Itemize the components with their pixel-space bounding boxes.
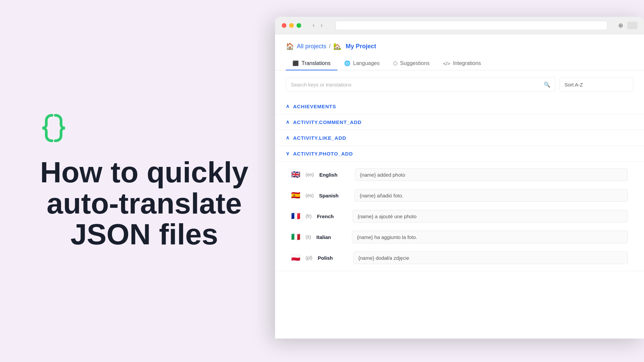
integrations-tab-icon: </> bbox=[443, 61, 450, 66]
table-row: 🇪🇸 (es) Spanish {name} añadió foto. bbox=[275, 185, 644, 206]
headline-line3: JSON files bbox=[70, 218, 218, 251]
translations-tab-icon: ⬛ bbox=[292, 60, 299, 66]
key-group-achievements[interactable]: ∧ ACHIEVEMENTS bbox=[275, 99, 644, 114]
translation-value-pl[interactable]: {name} dodał/a zdjęcie bbox=[353, 251, 628, 264]
tab-suggestions[interactable]: ⬡ Suggestions bbox=[386, 57, 436, 70]
lang-code-it: (it) bbox=[306, 234, 311, 240]
table-row: 🇮🇹 (it) Italian {name} ha aggiunto la fo… bbox=[275, 227, 644, 247]
lang-code-es: (es) bbox=[306, 193, 314, 198]
suggestions-tab-label: Suggestions bbox=[400, 60, 430, 66]
browser-window: ‹ › ⊕ 🏠 All projects / 🏡 My Project ⬛ Tr… bbox=[275, 17, 644, 339]
lang-code-en: (en) bbox=[306, 172, 314, 177]
title-bar-right-button[interactable] bbox=[627, 22, 637, 29]
forward-button[interactable]: › bbox=[319, 21, 325, 29]
tab-translations[interactable]: ⬛ Translations bbox=[286, 57, 337, 70]
nav-arrows: ‹ › bbox=[311, 21, 325, 29]
translation-text-es: {name} añadió foto. bbox=[360, 193, 403, 198]
chevron-up-icon-3: ∧ bbox=[286, 135, 290, 141]
flag-it: 🇮🇹 bbox=[291, 233, 300, 241]
key-group-activity-comment-add[interactable]: ∧ ACTIVITY.COMMENT_ADD bbox=[275, 114, 644, 130]
breadcrumb: 🏠 All projects / 🏡 My Project bbox=[275, 34, 644, 50]
breadcrumb-separator: / bbox=[329, 43, 330, 49]
translation-rows-photo-add: 🇬🇧 (en) English {name} added photo 🇪🇸 (e… bbox=[275, 162, 644, 271]
address-bar[interactable] bbox=[335, 21, 607, 30]
logo-icon-container bbox=[34, 112, 255, 143]
languages-tab-label: Languages bbox=[353, 60, 380, 66]
search-area: Search keys or translations 🔍 Sort A-Z bbox=[275, 70, 644, 99]
flag-en: 🇬🇧 bbox=[291, 170, 300, 179]
flag-es: 🇪🇸 bbox=[291, 191, 300, 200]
search-placeholder: Search keys or translations bbox=[291, 82, 352, 87]
curly-braces-icon bbox=[34, 112, 74, 142]
search-icon: 🔍 bbox=[544, 81, 550, 88]
lang-name-it: Italian bbox=[316, 234, 346, 240]
title-bar: ‹ › ⊕ bbox=[275, 17, 644, 34]
lang-name-es: Spanish bbox=[319, 193, 349, 198]
key-group-like-add-label: ACTIVITY.LIKE_ADD bbox=[293, 135, 346, 141]
table-row: 🇬🇧 (en) English {name} added photo bbox=[275, 164, 644, 185]
languages-tab-icon: 🌐 bbox=[344, 60, 351, 66]
project-emoji: 🏡 bbox=[333, 42, 341, 50]
key-group-achievements-label: ACHIEVEMENTS bbox=[293, 104, 336, 109]
translation-value-fr[interactable]: {name} a ajouté une photo bbox=[353, 210, 628, 223]
table-row: 🇫🇷 (fr) French {name} a ajouté une photo bbox=[275, 206, 644, 227]
all-projects-link[interactable]: All projects bbox=[297, 43, 326, 50]
maximize-button[interactable] bbox=[297, 23, 301, 28]
lang-code-fr: (fr) bbox=[306, 214, 312, 219]
headline-line1: How to quickly bbox=[40, 156, 249, 189]
key-group-activity-like-add[interactable]: ∧ ACTIVITY.LIKE_ADD bbox=[275, 130, 644, 146]
translation-text-pl: {name} dodał/a zdjęcie bbox=[358, 255, 409, 261]
search-box[interactable]: Search keys or translations 🔍 bbox=[286, 77, 555, 92]
lang-code-pl: (pl) bbox=[306, 255, 312, 260]
key-group-comment-add-label: ACTIVITY.COMMENT_ADD bbox=[293, 119, 362, 125]
headline: How to quickly auto-translate JSON files bbox=[34, 157, 255, 250]
traffic-lights bbox=[282, 23, 301, 28]
headline-line2: auto-translate bbox=[47, 187, 242, 220]
left-panel: How to quickly auto-translate JSON files bbox=[0, 0, 288, 362]
privacy-icon: ⊕ bbox=[618, 22, 623, 29]
translation-text-it: {name} ha aggiunto la foto. bbox=[357, 234, 417, 240]
key-group-photo-add-label: ACTIVITY.PHOTO_ADD bbox=[293, 151, 353, 157]
translation-text-fr: {name} a ajouté une photo bbox=[358, 214, 417, 219]
translation-value-es[interactable]: {name} añadió foto. bbox=[355, 189, 628, 202]
back-button[interactable]: ‹ bbox=[311, 21, 317, 29]
flag-pl: 🇵🇱 bbox=[291, 253, 300, 262]
translation-value-en[interactable]: {name} added photo bbox=[355, 168, 628, 181]
app-content: 🏠 All projects / 🏡 My Project ⬛ Translat… bbox=[275, 34, 644, 339]
translations-tab-label: Translations bbox=[302, 60, 331, 66]
chevron-up-icon-2: ∧ bbox=[286, 119, 290, 125]
home-icon: 🏠 bbox=[286, 42, 294, 50]
keys-list: ∧ ACHIEVEMENTS ∧ ACTIVITY.COMMENT_ADD ∧ … bbox=[275, 99, 644, 339]
close-button[interactable] bbox=[282, 23, 286, 28]
sort-label: Sort A-Z bbox=[565, 82, 583, 87]
flag-fr: 🇫🇷 bbox=[291, 212, 300, 221]
tab-integrations[interactable]: </> Integrations bbox=[436, 57, 488, 70]
tab-languages[interactable]: 🌐 Languages bbox=[337, 57, 386, 70]
tabs-bar: ⬛ Translations 🌐 Languages ⬡ Suggestions… bbox=[275, 53, 644, 70]
translation-text-en: {name} added photo bbox=[360, 172, 405, 178]
project-name: My Project bbox=[345, 43, 376, 50]
minimize-button[interactable] bbox=[289, 23, 294, 28]
translation-value-it[interactable]: {name} ha aggiunto la foto. bbox=[352, 231, 628, 243]
lang-name-en: English bbox=[319, 172, 350, 178]
lang-name-pl: Polish bbox=[318, 255, 348, 261]
chevron-down-icon: ∨ bbox=[286, 150, 290, 157]
sort-selector[interactable]: Sort A-Z bbox=[559, 77, 633, 92]
lang-name-fr: French bbox=[317, 214, 347, 219]
chevron-up-icon: ∧ bbox=[286, 103, 290, 109]
table-row: 🇵🇱 (pl) Polish {name} dodał/a zdjęcie bbox=[275, 247, 644, 268]
suggestions-tab-icon: ⬡ bbox=[393, 60, 397, 66]
integrations-tab-label: Integrations bbox=[453, 60, 481, 66]
key-group-activity-photo-add[interactable]: ∨ ACTIVITY.PHOTO_ADD bbox=[275, 146, 644, 162]
